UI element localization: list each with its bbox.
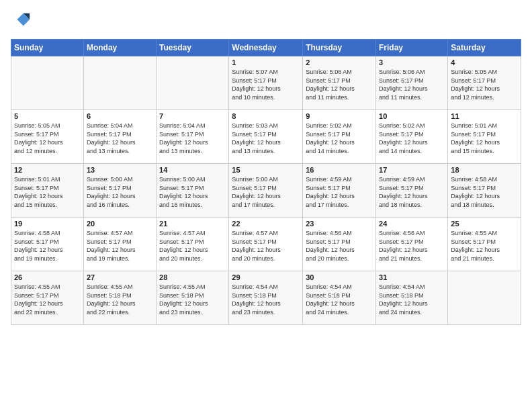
calendar-cell: 21Sunrise: 4:57 AM Sunset: 5:17 PM Dayli… bbox=[157, 218, 229, 271]
day-info: Sunrise: 5:06 AM Sunset: 5:17 PM Dayligh… bbox=[379, 68, 445, 101]
day-number: 2 bbox=[306, 58, 373, 66]
weekday-header-saturday: Saturday bbox=[448, 40, 521, 56]
logo bbox=[11, 11, 31, 32]
day-number: 25 bbox=[451, 220, 518, 228]
calendar-cell: 24Sunrise: 4:56 AM Sunset: 5:17 PM Dayli… bbox=[376, 218, 448, 271]
weekday-header-friday: Friday bbox=[376, 40, 448, 56]
calendar-cell: 13Sunrise: 5:00 AM Sunset: 5:17 PM Dayli… bbox=[83, 164, 156, 218]
calendar-cell: 2Sunrise: 5:06 AM Sunset: 5:17 PM Daylig… bbox=[303, 56, 376, 110]
day-info: Sunrise: 5:01 AM Sunset: 5:17 PM Dayligh… bbox=[451, 122, 518, 155]
day-info: Sunrise: 4:57 AM Sunset: 5:17 PM Dayligh… bbox=[232, 229, 300, 263]
day-number: 16 bbox=[306, 166, 373, 174]
day-number: 28 bbox=[159, 273, 226, 281]
day-info: Sunrise: 4:58 AM Sunset: 5:17 PM Dayligh… bbox=[451, 175, 518, 209]
weekday-header-monday: Monday bbox=[83, 40, 156, 56]
day-number: 21 bbox=[159, 220, 226, 228]
day-info: Sunrise: 4:56 AM Sunset: 5:17 PM Dayligh… bbox=[306, 229, 373, 263]
calendar-cell: 1Sunrise: 5:07 AM Sunset: 5:17 PM Daylig… bbox=[229, 56, 303, 110]
day-number: 3 bbox=[379, 58, 445, 66]
day-number: 31 bbox=[379, 273, 445, 281]
day-number: 1 bbox=[232, 58, 300, 66]
day-info: Sunrise: 5:00 AM Sunset: 5:17 PM Dayligh… bbox=[87, 175, 153, 209]
day-number: 13 bbox=[87, 166, 153, 174]
week-row-2: 12Sunrise: 5:01 AM Sunset: 5:17 PM Dayli… bbox=[11, 164, 521, 218]
calendar-cell: 30Sunrise: 4:54 AM Sunset: 5:18 PM Dayli… bbox=[303, 271, 376, 325]
logo-icon bbox=[12, 11, 31, 30]
weekday-header-thursday: Thursday bbox=[303, 40, 376, 56]
week-row-3: 19Sunrise: 4:58 AM Sunset: 5:17 PM Dayli… bbox=[11, 218, 521, 271]
calendar-cell: 6Sunrise: 5:04 AM Sunset: 5:17 PM Daylig… bbox=[83, 110, 156, 164]
day-info: Sunrise: 4:55 AM Sunset: 5:17 PM Dayligh… bbox=[451, 229, 518, 263]
day-number: 5 bbox=[14, 112, 81, 120]
day-number: 10 bbox=[379, 112, 445, 120]
calendar-cell bbox=[157, 56, 229, 110]
day-info: Sunrise: 4:59 AM Sunset: 5:17 PM Dayligh… bbox=[306, 175, 373, 209]
day-info: Sunrise: 5:06 AM Sunset: 5:17 PM Dayligh… bbox=[306, 68, 373, 101]
calendar-cell: 28Sunrise: 4:55 AM Sunset: 5:18 PM Dayli… bbox=[157, 271, 229, 325]
calendar-cell: 8Sunrise: 5:03 AM Sunset: 5:17 PM Daylig… bbox=[229, 110, 303, 164]
day-info: Sunrise: 5:05 AM Sunset: 5:17 PM Dayligh… bbox=[14, 122, 81, 155]
weekday-header-sunday: Sunday bbox=[11, 40, 84, 56]
calendar-cell: 14Sunrise: 5:00 AM Sunset: 5:17 PM Dayli… bbox=[157, 164, 229, 218]
day-number: 4 bbox=[451, 58, 518, 66]
weekday-header-tuesday: Tuesday bbox=[157, 40, 229, 56]
day-info: Sunrise: 4:58 AM Sunset: 5:17 PM Dayligh… bbox=[14, 229, 81, 263]
day-number: 9 bbox=[306, 112, 373, 120]
day-number: 27 bbox=[87, 273, 153, 281]
calendar-cell bbox=[11, 56, 84, 110]
calendar-cell: 11Sunrise: 5:01 AM Sunset: 5:17 PM Dayli… bbox=[448, 110, 521, 164]
calendar-cell bbox=[83, 56, 156, 110]
day-info: Sunrise: 4:59 AM Sunset: 5:17 PM Dayligh… bbox=[379, 175, 445, 209]
day-number: 29 bbox=[232, 273, 300, 281]
day-info: Sunrise: 5:07 AM Sunset: 5:17 PM Dayligh… bbox=[232, 68, 300, 101]
week-row-1: 5Sunrise: 5:05 AM Sunset: 5:17 PM Daylig… bbox=[11, 110, 521, 164]
day-info: Sunrise: 4:54 AM Sunset: 5:18 PM Dayligh… bbox=[306, 283, 373, 316]
day-info: Sunrise: 4:55 AM Sunset: 5:17 PM Dayligh… bbox=[14, 283, 81, 316]
day-number: 22 bbox=[232, 220, 300, 228]
calendar-cell: 18Sunrise: 4:58 AM Sunset: 5:17 PM Dayli… bbox=[448, 164, 521, 218]
day-info: Sunrise: 5:04 AM Sunset: 5:17 PM Dayligh… bbox=[87, 122, 153, 155]
day-number: 12 bbox=[14, 166, 81, 174]
day-number: 11 bbox=[451, 112, 518, 120]
day-info: Sunrise: 5:01 AM Sunset: 5:17 PM Dayligh… bbox=[14, 175, 81, 209]
day-number: 23 bbox=[306, 220, 373, 228]
day-number: 17 bbox=[379, 166, 445, 174]
calendar-cell: 20Sunrise: 4:57 AM Sunset: 5:17 PM Dayli… bbox=[83, 218, 156, 271]
day-info: Sunrise: 4:54 AM Sunset: 5:18 PM Dayligh… bbox=[232, 283, 300, 316]
calendar-cell: 27Sunrise: 4:55 AM Sunset: 5:18 PM Dayli… bbox=[83, 271, 156, 325]
day-info: Sunrise: 4:57 AM Sunset: 5:17 PM Dayligh… bbox=[159, 229, 226, 263]
day-info: Sunrise: 4:55 AM Sunset: 5:18 PM Dayligh… bbox=[159, 283, 226, 316]
day-info: Sunrise: 4:56 AM Sunset: 5:17 PM Dayligh… bbox=[379, 229, 445, 263]
weekday-header-wednesday: Wednesday bbox=[229, 40, 303, 56]
calendar-cell: 17Sunrise: 4:59 AM Sunset: 5:17 PM Dayli… bbox=[376, 164, 448, 218]
calendar-cell: 23Sunrise: 4:56 AM Sunset: 5:17 PM Dayli… bbox=[303, 218, 376, 271]
day-info: Sunrise: 5:05 AM Sunset: 5:17 PM Dayligh… bbox=[451, 68, 518, 101]
day-number: 19 bbox=[14, 220, 81, 228]
day-info: Sunrise: 4:57 AM Sunset: 5:17 PM Dayligh… bbox=[87, 229, 153, 263]
week-row-0: 1Sunrise: 5:07 AM Sunset: 5:17 PM Daylig… bbox=[11, 56, 521, 110]
day-info: Sunrise: 5:00 AM Sunset: 5:17 PM Dayligh… bbox=[232, 175, 300, 209]
day-number: 14 bbox=[159, 166, 226, 174]
calendar-cell: 9Sunrise: 5:02 AM Sunset: 5:17 PM Daylig… bbox=[303, 110, 376, 164]
day-info: Sunrise: 4:54 AM Sunset: 5:18 PM Dayligh… bbox=[379, 283, 445, 316]
day-number: 20 bbox=[87, 220, 153, 228]
calendar-cell: 12Sunrise: 5:01 AM Sunset: 5:17 PM Dayli… bbox=[11, 164, 84, 218]
calendar-cell: 26Sunrise: 4:55 AM Sunset: 5:17 PM Dayli… bbox=[11, 271, 84, 325]
day-number: 7 bbox=[159, 112, 226, 120]
day-info: Sunrise: 4:55 AM Sunset: 5:18 PM Dayligh… bbox=[87, 283, 153, 316]
day-number: 18 bbox=[451, 166, 518, 174]
calendar-cell: 25Sunrise: 4:55 AM Sunset: 5:17 PM Dayli… bbox=[448, 218, 521, 271]
week-row-4: 26Sunrise: 4:55 AM Sunset: 5:17 PM Dayli… bbox=[11, 271, 521, 325]
day-number: 30 bbox=[306, 273, 373, 281]
day-number: 26 bbox=[14, 273, 81, 281]
calendar-cell: 3Sunrise: 5:06 AM Sunset: 5:17 PM Daylig… bbox=[376, 56, 448, 110]
day-number: 24 bbox=[379, 220, 445, 228]
day-number: 8 bbox=[232, 112, 300, 120]
weekday-header-row: SundayMondayTuesdayWednesdayThursdayFrid… bbox=[11, 40, 521, 56]
calendar-cell: 19Sunrise: 4:58 AM Sunset: 5:17 PM Dayli… bbox=[11, 218, 84, 271]
calendar-cell: 10Sunrise: 5:02 AM Sunset: 5:17 PM Dayli… bbox=[376, 110, 448, 164]
calendar-cell: 15Sunrise: 5:00 AM Sunset: 5:17 PM Dayli… bbox=[229, 164, 303, 218]
calendar-cell: 5Sunrise: 5:05 AM Sunset: 5:17 PM Daylig… bbox=[11, 110, 84, 164]
calendar-cell: 22Sunrise: 4:57 AM Sunset: 5:17 PM Dayli… bbox=[229, 218, 303, 271]
day-number: 15 bbox=[232, 166, 300, 174]
